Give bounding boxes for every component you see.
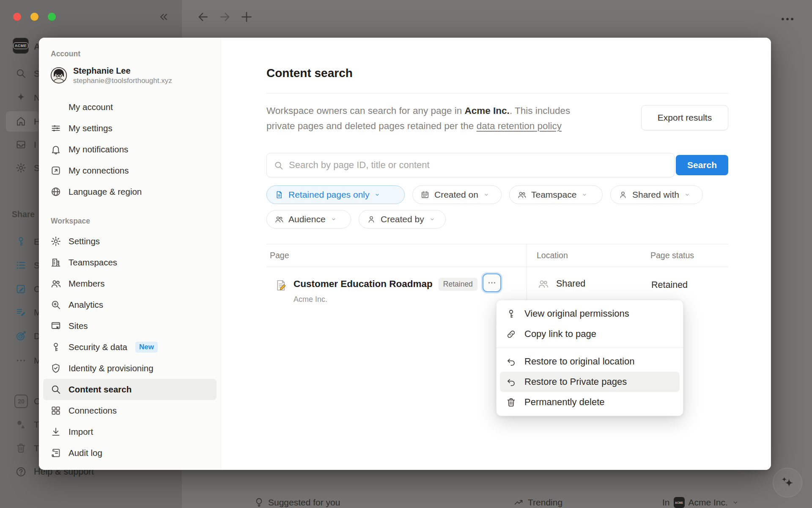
menu-item-view-original-permissions[interactable]: View original permissions	[500, 304, 680, 324]
trending-section: Trending	[513, 497, 562, 508]
sidebar-item-label: Connections	[69, 406, 117, 416]
sidebar-item-sites[interactable]: Sites	[43, 315, 217, 337]
page-title: Content search	[266, 66, 353, 80]
gear-icon[interactable]	[15, 162, 27, 174]
sidebar-item-label: Teamspaces	[69, 257, 117, 268]
menu-divider	[497, 348, 683, 348]
backdrop-teamspace-letter: E	[34, 237, 39, 247]
filter-created-on[interactable]: Created on	[412, 185, 502, 204]
menu-item-restore-original-location[interactable]: Restore to original location	[500, 351, 680, 372]
menu-item-restore-private-pages[interactable]: Restore to Private pages	[500, 372, 680, 392]
sidebar-item-my-account[interactable]: My account	[43, 97, 217, 118]
search-icon[interactable]	[15, 68, 27, 79]
row-more-options-button[interactable]	[483, 273, 501, 292]
sidebar-item-content-search[interactable]: Content search	[43, 379, 217, 400]
sidebar-item-my-connections[interactable]: My connections	[43, 160, 217, 181]
inbox-icon[interactable]	[15, 139, 27, 150]
menu-item-copy-link-to-page[interactable]: Copy link to page	[500, 324, 680, 344]
backdrop-shared-section-label: Share	[12, 210, 35, 219]
sidebar-item-label: Identity & provisioning	[69, 363, 154, 373]
table-row[interactable]: Customer Education Roadmap Retained Acme…	[266, 267, 728, 304]
sidebar-item-teamspaces[interactable]: Teamspaces	[43, 252, 217, 273]
ai-sparkle-icon[interactable]	[15, 92, 27, 103]
sidebar-item-language-region[interactable]: Language & region	[43, 181, 217, 202]
chip-label: Created by	[381, 214, 424, 224]
filter-teamspace[interactable]: Teamspace	[509, 185, 603, 204]
sidebar-item-my-settings[interactable]: My settings	[43, 118, 217, 139]
sidebar-item-identity-provisioning[interactable]: Identity & provisioning	[43, 358, 217, 379]
filter-audience[interactable]: Audience	[266, 210, 351, 229]
workspace-switcher-logo[interactable]: ACME	[13, 38, 29, 54]
workspace-name: Acme Inc.	[689, 497, 728, 508]
data-retention-policy-link[interactable]: data retention policy	[477, 121, 562, 131]
suggested-label: Suggested for you	[268, 497, 340, 508]
backdrop-teamspace-letter: M	[34, 356, 39, 366]
collapse-sidebar-icon[interactable]	[157, 11, 170, 23]
templates-icon[interactable]	[15, 419, 27, 430]
avatar	[51, 67, 67, 83]
sidebar-item-label: Settings	[69, 236, 100, 246]
teamspace-notes-icon[interactable]	[15, 306, 27, 318]
backdrop-teamspace-letter: S	[34, 260, 39, 271]
trash-icon[interactable]	[15, 442, 27, 454]
filter-retained-pages-only[interactable]: Retained pages only	[266, 185, 405, 204]
sidebar-item-import[interactable]: Import	[43, 421, 217, 442]
search-button[interactable]: Search	[676, 155, 728, 175]
acme-mini-logo-icon: ACME	[674, 497, 685, 508]
sidebar-item-security-data[interactable]: Security & data New	[43, 337, 217, 358]
teamspace-compose-icon[interactable]	[15, 283, 27, 295]
menu-item-label: Restore to Private pages	[524, 376, 627, 387]
person-icon	[618, 190, 628, 199]
sidebar-item-audit-log[interactable]: Audit log	[43, 442, 217, 464]
minimize-window-button[interactable]	[30, 13, 38, 21]
menu-item-permanently-delete[interactable]: Permanently delete	[500, 392, 680, 412]
link-icon	[506, 329, 516, 340]
search-input[interactable]	[267, 153, 674, 177]
chevron-down-icon	[429, 216, 436, 223]
teamspace-list-icon[interactable]	[15, 260, 27, 271]
account-section-header: Account	[51, 50, 221, 58]
suggested-for-you-section: Suggested for you	[254, 497, 340, 508]
description-text: private pages and deleted pages retained…	[266, 121, 477, 131]
ai-assistant-button[interactable]	[773, 468, 802, 497]
close-window-button[interactable]	[13, 13, 21, 21]
export-results-button[interactable]: Export results	[641, 105, 728, 130]
forward-icon	[218, 10, 232, 24]
search-icon	[274, 160, 284, 171]
calendar-icon[interactable]: 20	[14, 395, 28, 408]
sidebar-item-settings[interactable]: Settings	[43, 231, 217, 252]
sidebar-item-members[interactable]: Members	[43, 273, 217, 294]
sidebar-item-label: My settings	[69, 123, 112, 133]
help-icon[interactable]	[15, 466, 27, 478]
bell-icon	[50, 144, 61, 155]
sidebar-item-analytics[interactable]: Analytics	[43, 294, 217, 315]
sidebar-item-connections[interactable]: Connections	[43, 400, 217, 421]
shield-check-icon	[50, 363, 61, 374]
chip-label: Audience	[288, 214, 326, 224]
location-cell: Shared	[527, 278, 644, 290]
page-title-link[interactable]: Customer Education Roadmap	[294, 279, 433, 290]
sparkles-icon	[780, 475, 795, 490]
person-circle-icon	[50, 102, 61, 113]
back-icon[interactable]	[196, 10, 210, 24]
sidebar-item-label: Audit log	[69, 448, 102, 458]
workspace-filter[interactable]: In ACME Acme Inc.	[662, 497, 739, 508]
filter-chips-row2: Audience Created by	[266, 210, 446, 229]
page-status-cell: Retained	[644, 280, 728, 290]
home-icon[interactable]	[15, 116, 27, 127]
search-box	[266, 153, 675, 177]
import-icon	[50, 426, 61, 437]
chip-label: Shared with	[632, 190, 679, 200]
teamspace-key-icon[interactable]	[15, 236, 27, 247]
menu-item-label: Permanently delete	[524, 397, 605, 408]
window-more-options-icon[interactable]	[779, 11, 796, 27]
more-teamspaces-icon[interactable]	[15, 355, 27, 366]
user-email: stephanie@toolsforthought.xyz	[73, 76, 172, 86]
filter-shared-with[interactable]: Shared with	[610, 185, 703, 204]
teamspace-target-icon[interactable]	[15, 330, 27, 342]
filter-created-by[interactable]: Created by	[359, 210, 446, 229]
column-header-page: Page	[266, 251, 527, 260]
new-tab-icon[interactable]	[239, 10, 254, 24]
sidebar-item-my-notifications[interactable]: My notifications	[43, 139, 217, 160]
zoom-window-button[interactable]	[48, 13, 56, 21]
